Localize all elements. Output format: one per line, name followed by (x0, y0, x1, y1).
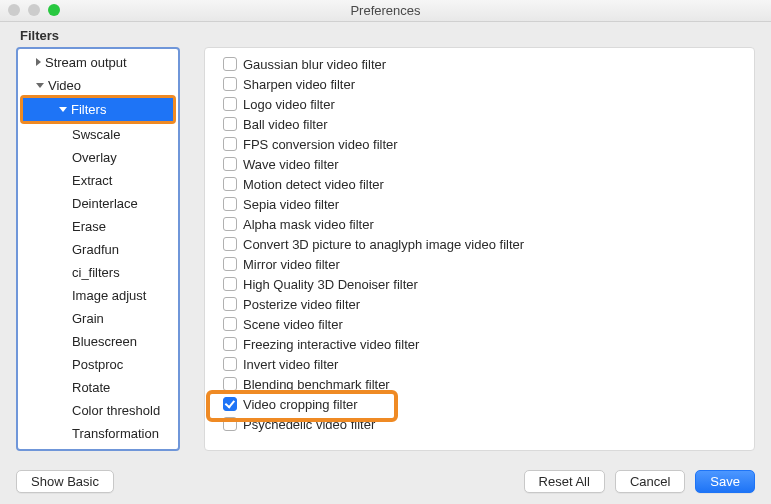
sidebar-item-extract[interactable]: Extract (18, 169, 178, 192)
checkbox-icon[interactable] (223, 217, 237, 231)
tree-label: Grain (72, 311, 104, 326)
filter-row[interactable]: FPS conversion video filter (223, 134, 754, 154)
sidebar-item-filters[interactable]: Filters (23, 98, 173, 121)
filter-row[interactable]: Mirror video filter (223, 254, 754, 274)
checkbox-icon[interactable] (223, 157, 237, 171)
minimize-icon[interactable] (28, 4, 40, 16)
dialog-footer: Show Basic Reset All Cancel Save (0, 458, 771, 504)
filters-panel: Gaussian blur video filter Sharpen video… (204, 47, 755, 451)
tree-label: Image adjust (72, 288, 146, 303)
checkbox-icon[interactable] (223, 197, 237, 211)
tree-label: Gradfun (72, 242, 119, 257)
checkbox-icon[interactable] (223, 237, 237, 251)
checkbox-icon[interactable] (223, 397, 237, 411)
filter-row[interactable]: Blending benchmark filter (223, 374, 754, 394)
filter-label: Psychedelic video filter (243, 417, 375, 432)
tree-label: Color threshold (72, 403, 160, 418)
tree-label: Rotate (72, 380, 110, 395)
checkbox-icon[interactable] (223, 417, 237, 431)
sidebar-item-video[interactable]: Video (18, 74, 178, 97)
chevron-down-icon (59, 107, 67, 112)
checkbox-icon[interactable] (223, 257, 237, 271)
checkbox-icon[interactable] (223, 297, 237, 311)
filter-label: FPS conversion video filter (243, 137, 398, 152)
filter-row[interactable]: Alpha mask video filter (223, 214, 754, 234)
sidebar-item-image-adjust[interactable]: Image adjust (18, 284, 178, 307)
tree-label: Gradient (72, 449, 122, 451)
filter-row[interactable]: High Quality 3D Denoiser filter (223, 274, 754, 294)
checkbox-icon[interactable] (223, 177, 237, 191)
sidebar-item-stream-output[interactable]: Stream output (18, 51, 178, 74)
sidebar-item-erase[interactable]: Erase (18, 215, 178, 238)
sidebar-item-gradfun[interactable]: Gradfun (18, 238, 178, 261)
filter-row[interactable]: Ball video filter (223, 114, 754, 134)
reset-all-button[interactable]: Reset All (524, 470, 605, 493)
filter-row[interactable]: Sepia video filter (223, 194, 754, 214)
sidebar-item-gradient[interactable]: Gradient (18, 445, 178, 451)
checkbox-icon[interactable] (223, 357, 237, 371)
filter-row[interactable]: Scene video filter (223, 314, 754, 334)
sidebar-item-rotate[interactable]: Rotate (18, 376, 178, 399)
checkbox-icon[interactable] (223, 97, 237, 111)
category-sidebar[interactable]: Stream output Video Filters Swscale Over… (16, 47, 180, 451)
sidebar-item-ci-filters[interactable]: ci_filters (18, 261, 178, 284)
filter-row[interactable]: Gaussian blur video filter (223, 54, 754, 74)
filter-row[interactable]: Convert 3D picture to anaglyph image vid… (223, 234, 754, 254)
filter-row[interactable]: Video cropping filter (223, 394, 754, 414)
sidebar-item-swscale[interactable]: Swscale (18, 123, 178, 146)
filter-label: Blending benchmark filter (243, 377, 390, 392)
checkbox-icon[interactable] (223, 277, 237, 291)
filter-label: Invert video filter (243, 357, 338, 372)
tree-label: Bluescreen (72, 334, 137, 349)
checkbox-icon[interactable] (223, 377, 237, 391)
checkbox-icon[interactable] (223, 317, 237, 331)
filter-label: Sepia video filter (243, 197, 339, 212)
filter-row[interactable]: Wave video filter (223, 154, 754, 174)
filter-row[interactable]: Posterize video filter (223, 294, 754, 314)
zoom-icon[interactable] (48, 4, 60, 16)
sidebar-item-postproc[interactable]: Postproc (18, 353, 178, 376)
checkbox-icon[interactable] (223, 57, 237, 71)
filter-row[interactable]: Invert video filter (223, 354, 754, 374)
sidebar-item-grain[interactable]: Grain (18, 307, 178, 330)
checkbox-icon[interactable] (223, 117, 237, 131)
filter-label: Wave video filter (243, 157, 339, 172)
tree-label: Deinterlace (72, 196, 138, 211)
sidebar-item-overlay[interactable]: Overlay (18, 146, 178, 169)
tree-label: Overlay (72, 150, 117, 165)
filter-row[interactable]: Sharpen video filter (223, 74, 754, 94)
sidebar-item-transformation[interactable]: Transformation (18, 422, 178, 445)
checkbox-icon[interactable] (223, 77, 237, 91)
chevron-right-icon (36, 58, 41, 66)
filter-row[interactable]: Motion detect video filter (223, 174, 754, 194)
filter-label: High Quality 3D Denoiser filter (243, 277, 418, 292)
close-icon[interactable] (8, 4, 20, 16)
show-basic-button[interactable]: Show Basic (16, 470, 114, 493)
sidebar-item-color-threshold[interactable]: Color threshold (18, 399, 178, 422)
filter-row[interactable]: Logo video filter (223, 94, 754, 114)
cancel-button[interactable]: Cancel (615, 470, 685, 493)
filter-label: Posterize video filter (243, 297, 360, 312)
tree-label: Transformation (72, 426, 159, 441)
tree-label: Postproc (72, 357, 123, 372)
tree-label: Video (48, 78, 81, 93)
tree-label: Erase (72, 219, 106, 234)
checkbox-icon[interactable] (223, 337, 237, 351)
filter-label: Mirror video filter (243, 257, 340, 272)
save-button[interactable]: Save (695, 470, 755, 493)
window-title: Preferences (0, 3, 771, 18)
filter-label: Motion detect video filter (243, 177, 384, 192)
filter-row[interactable]: Freezing interactive video filter (223, 334, 754, 354)
filter-label: Convert 3D picture to anaglyph image vid… (243, 237, 524, 252)
sidebar-item-deinterlace[interactable]: Deinterlace (18, 192, 178, 215)
checkbox-icon[interactable] (223, 137, 237, 151)
filter-label: Sharpen video filter (243, 77, 355, 92)
filter-label: Ball video filter (243, 117, 328, 132)
sidebar-item-bluescreen[interactable]: Bluescreen (18, 330, 178, 353)
tree-label: Filters (71, 102, 106, 117)
filter-row[interactable]: Psychedelic video filter (223, 414, 754, 434)
filter-label: Alpha mask video filter (243, 217, 374, 232)
filter-label: Freezing interactive video filter (243, 337, 419, 352)
window-titlebar: Preferences (0, 0, 771, 22)
filter-label: Logo video filter (243, 97, 335, 112)
